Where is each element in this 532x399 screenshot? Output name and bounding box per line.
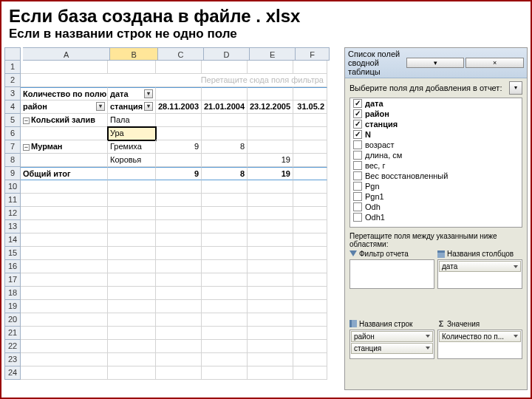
row-header[interactable]: 16	[4, 260, 21, 273]
cell[interactable]	[202, 207, 248, 220]
cell[interactable]	[293, 300, 327, 313]
field-checkbox[interactable]	[353, 99, 362, 108]
column-header-F[interactable]: F	[296, 47, 330, 61]
dropdown-icon[interactable]: ▾	[144, 89, 153, 98]
cell[interactable]	[202, 366, 248, 380]
pivot-grand-total-label[interactable]: Общий итог	[21, 167, 108, 180]
pane-close-button[interactable]: ×	[466, 58, 524, 68]
cell[interactable]	[248, 260, 293, 273]
pivot-date[interactable]: 21.01.2004	[202, 100, 248, 114]
pivot-group[interactable]	[21, 154, 108, 167]
pivot-value[interactable]: 19	[248, 154, 293, 167]
cell[interactable]	[156, 194, 202, 207]
cell[interactable]	[21, 313, 108, 327]
row-header[interactable]: 15	[4, 247, 21, 260]
pivot-total[interactable]: 8	[202, 167, 248, 180]
cell[interactable]	[108, 194, 156, 207]
pivot-station[interactable]: Коровья	[108, 154, 156, 167]
field-item[interactable]: Odh1	[350, 212, 522, 222]
rows-area[interactable]: районстанция	[349, 330, 434, 359]
cell[interactable]	[202, 327, 248, 340]
select-all-corner[interactable]	[4, 47, 21, 61]
cell[interactable]	[108, 353, 156, 366]
field-list[interactable]: датарайонстанцияNвозрастдлина, смвес, гВ…	[349, 98, 522, 228]
cell[interactable]	[156, 180, 202, 194]
row-header[interactable]: 2	[4, 74, 21, 87]
column-header-A[interactable]: A	[23, 47, 110, 61]
field-checkbox[interactable]	[353, 151, 362, 160]
row-header[interactable]: 18	[4, 287, 21, 300]
pivot-date[interactable]: 31.05.2	[293, 100, 327, 114]
cell[interactable]	[202, 260, 248, 273]
field-checkbox[interactable]	[353, 171, 362, 180]
cell[interactable]	[202, 340, 248, 353]
pivot-group[interactable]: −Кольский залив	[21, 114, 108, 127]
cell[interactable]	[202, 273, 248, 287]
field-checkbox[interactable]	[353, 182, 362, 191]
cell[interactable]	[156, 273, 202, 287]
row-header[interactable]: 20	[4, 313, 21, 327]
cell[interactable]	[156, 287, 202, 300]
row-header[interactable]: 3	[4, 87, 21, 100]
cell[interactable]	[202, 247, 248, 260]
row-header[interactable]: 23	[4, 353, 21, 366]
cell[interactable]	[293, 273, 327, 287]
pivot-row-field-2[interactable]: станция▾	[108, 100, 156, 114]
row-header[interactable]: 7	[4, 140, 21, 154]
collapse-icon[interactable]: −	[23, 144, 30, 151]
row-header[interactable]: 14	[4, 233, 21, 247]
cell[interactable]	[108, 247, 156, 260]
column-header-C[interactable]: C	[158, 47, 204, 61]
pivot-value[interactable]	[156, 154, 202, 167]
pivot-value[interactable]	[293, 127, 327, 140]
row-header[interactable]: 8	[4, 154, 21, 167]
cell[interactable]	[108, 300, 156, 313]
row-header[interactable]: 1	[4, 61, 21, 74]
cell[interactable]	[202, 194, 248, 207]
cell[interactable]	[248, 87, 293, 100]
pivot-col-field[interactable]: дата▾	[108, 87, 156, 100]
field-item[interactable]: станция	[350, 119, 522, 129]
cell[interactable]	[21, 366, 108, 380]
cell[interactable]	[156, 61, 202, 74]
cell[interactable]	[293, 61, 327, 74]
cell[interactable]	[108, 313, 156, 327]
pivot-station[interactable]: Ура	[108, 127, 156, 140]
cell[interactable]	[248, 61, 293, 74]
pivot-station[interactable]: Пала	[108, 114, 156, 127]
cell[interactable]	[293, 233, 327, 247]
cell[interactable]	[156, 260, 202, 273]
pivot-row-field-1[interactable]: район▾	[21, 100, 108, 114]
cell[interactable]	[202, 233, 248, 247]
pivot-group[interactable]	[21, 127, 108, 140]
field-checkbox[interactable]	[353, 109, 362, 118]
cell[interactable]	[202, 300, 248, 313]
column-header-B[interactable]: B	[110, 47, 158, 61]
pivot-total[interactable]: 9	[156, 167, 202, 180]
pivot-value[interactable]	[202, 127, 248, 140]
cell[interactable]	[21, 194, 108, 207]
cell[interactable]	[21, 287, 108, 300]
cell[interactable]	[108, 61, 156, 74]
cell[interactable]	[108, 167, 156, 180]
cell[interactable]	[21, 61, 108, 74]
field-item[interactable]: возраст	[350, 140, 522, 150]
pivot-value[interactable]	[202, 154, 248, 167]
field-checkbox[interactable]	[353, 120, 362, 129]
cell[interactable]	[293, 287, 327, 300]
cell[interactable]	[248, 207, 293, 220]
cell[interactable]	[248, 327, 293, 340]
pivot-total[interactable]	[293, 167, 327, 180]
cell[interactable]	[202, 180, 248, 194]
cell[interactable]	[108, 340, 156, 353]
filter-area[interactable]	[349, 259, 434, 289]
area-field-item[interactable]: станция	[351, 343, 433, 354]
cell[interactable]	[248, 194, 293, 207]
row-header[interactable]: 19	[4, 300, 21, 313]
row-header[interactable]: 21	[4, 327, 21, 340]
cell[interactable]	[21, 353, 108, 366]
cell[interactable]	[202, 313, 248, 327]
cell[interactable]	[248, 366, 293, 380]
dropdown-icon[interactable]: ▾	[96, 102, 105, 111]
row-header[interactable]: 10	[4, 180, 21, 194]
